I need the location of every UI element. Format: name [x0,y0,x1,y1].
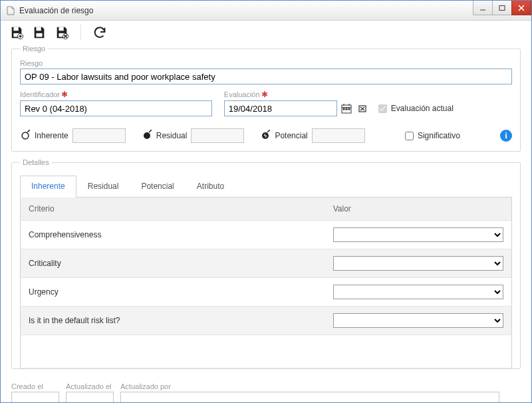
criterio-cell: Is it in the default risk list? [21,307,325,335]
tab-atributo[interactable]: Atributo [186,176,235,197]
evaluacion-date-input[interactable] [224,100,337,116]
info-icon[interactable]: i [500,130,512,142]
svg-rect-22 [348,108,350,110]
column-valor: Valor [325,198,512,221]
riesgo-input[interactable] [20,68,512,84]
svg-rect-20 [343,108,344,110]
criterio-cell: Urgency [21,278,325,307]
riesgo-group: Riesgo Riesgo Identificador✱ Evaluación✱ [11,45,521,152]
potencial-icon [260,130,271,142]
actualizado-label: Actualizado el [66,382,114,390]
detalles-tabs: Inherente Residual Potencial Atributo [20,176,512,198]
clear-date-icon[interactable] [356,101,369,116]
save-button[interactable] [31,25,47,41]
svg-rect-21 [346,108,347,110]
tab-potencial[interactable]: Potencial [130,176,185,197]
maximize-button[interactable] [492,1,512,15]
valor-select[interactable] [333,285,503,299]
svg-rect-1 [499,5,505,10]
svg-point-24 [22,132,29,139]
criteria-table: Criterio Valor Comprehensiveness Critica… [20,198,512,368]
detalles-legend: Detalles [20,158,52,166]
potencial-value [312,128,365,143]
tab-inherente[interactable]: Inherente [20,176,76,198]
residual-icon [142,130,152,142]
creado-input [11,392,59,403]
delete-button[interactable] [54,25,70,41]
svg-point-27 [144,132,150,139]
inherente-label: Inherente [35,131,68,140]
significativo-checkbox[interactable] [405,132,414,140]
identificador-input[interactable] [20,100,212,116]
window-title: Evaluación de riesgo [19,6,473,15]
actualizado-por-label: Actualizado por [120,382,499,390]
svg-point-26 [29,130,30,131]
window-controls [473,1,531,15]
svg-point-29 [150,130,152,131]
inherente-icon [20,130,31,142]
document-icon [6,6,15,15]
residual-label: Residual [156,131,188,140]
actualizado-input [66,392,114,403]
valor-select[interactable] [333,227,503,242]
riesgo-field-label: Riesgo [20,59,512,67]
riesgo-legend: Riesgo [20,45,48,53]
close-button[interactable] [511,1,531,15]
calendar-icon[interactable] [340,101,353,116]
app-window: Evaluación de riesgo Riesgo Riesgo [0,0,532,403]
criterio-cell: Comprehensiveness [21,221,325,249]
significativo-label: Significativo [418,131,460,140]
evaluacion-label: Evaluación✱ [224,90,512,99]
detalles-group: Detalles Inherente Residual Potencial At… [11,158,521,369]
evaluacion-actual-label: Evaluación actual [391,104,454,113]
valor-select[interactable] [333,256,503,271]
footer: Creado el Actualizado el Actualizado por [1,382,531,403]
tab-residual[interactable]: Residual [76,176,130,197]
table-row: Urgency [21,278,512,307]
residual-value [191,128,244,143]
column-criterio: Criterio [21,198,325,221]
table-row: Comprehensiveness [21,221,512,249]
toolbar [1,21,531,45]
toolbar-separator [80,25,81,41]
svg-rect-9 [36,27,41,31]
minimize-button[interactable] [473,1,493,15]
table-row [21,335,512,368]
identificador-label: Identificador✱ [20,90,212,99]
criterio-cell: Criticality [21,249,325,278]
svg-rect-11 [59,27,63,31]
inherente-value [72,128,126,143]
svg-rect-4 [13,27,18,31]
content-area: Riesgo Riesgo Identificador✱ Evaluación✱ [1,45,531,382]
valor-select[interactable] [333,313,503,328]
actualizado-por-input [120,392,499,403]
potencial-label: Potencial [275,131,307,140]
table-row: Criticality [21,249,512,278]
save-new-button[interactable] [9,25,25,41]
refresh-button[interactable] [92,25,108,41]
evaluacion-actual-checkbox[interactable] [378,104,387,113]
table-row: Is it in the default risk list? [21,307,512,335]
creado-label: Creado el [11,382,59,390]
title-bar: Evaluación de riesgo [1,1,531,21]
svg-rect-10 [36,33,42,37]
risk-levels-row: Inherente Residual Potencial Significati… [20,128,512,143]
